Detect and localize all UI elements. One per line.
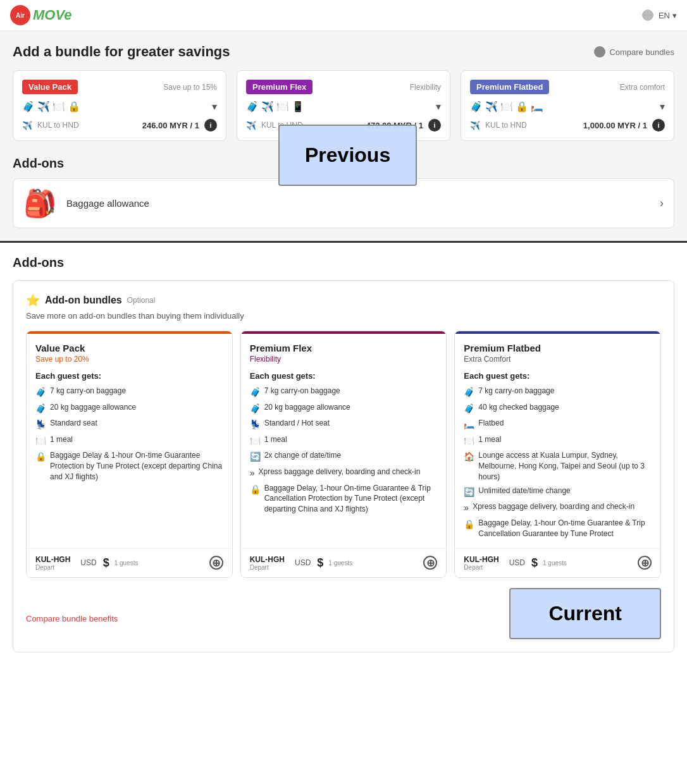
feature-text: 1 meal (264, 434, 287, 445)
compare-bundle-link[interactable]: Compare bundle benefits (26, 614, 118, 623)
list-item: 🧳20 kg baggage allowance (35, 402, 223, 415)
each-guest-flex: Each guest gets: (250, 371, 438, 381)
list-item: 🍽️1 meal (250, 434, 438, 448)
footer-route-flex: KUL-HGH Depart (250, 555, 285, 571)
bundle-detail-card-value[interactable]: Value Pack Save up to 20% Each guest get… (26, 331, 233, 578)
bundle-price-row-flatbed: ✈️ KUL to HND 1,000.00 MYR / 1 i (470, 119, 665, 132)
card-content-flatbed: Premium Flatbed Extra Comfort Each guest… (455, 334, 660, 548)
bundle-price-value: 246.00 MYR / 1 (142, 121, 199, 130)
logo: Air MOVe (10, 5, 72, 25)
list-item: 🔒Baggage Delay, 1-hour On-time Guarantee… (250, 483, 438, 515)
feature-text: Standard seat (50, 418, 97, 429)
meal-icon: 🍽️ (464, 435, 474, 448)
footer-price-flex: $ (317, 556, 323, 570)
bed-icon: 🛏️ (531, 101, 543, 113)
baggage-icon: 🧳 (35, 386, 46, 399)
chevron-down-icon[interactable]: ▾ (436, 101, 441, 113)
bundle-card-premium-flatbed[interactable]: Premium Flatbed Extra comfort 🧳 ✈️ 🍽️ 🔒 … (461, 70, 674, 141)
meal-icon: 🍽️ (500, 101, 513, 113)
footer-price-flatbed: $ (531, 556, 538, 570)
previous-label: Previous (305, 144, 390, 166)
lounge-icon: 🏠 (464, 451, 474, 463)
top-header: Add a bundle for greater savings Compare… (13, 44, 674, 60)
plane-icon: ✈️ (470, 121, 480, 130)
card-content-flex: Premium Flex Flexibility Each guest gets… (241, 334, 447, 548)
add-button-flex[interactable]: ⊕ (423, 556, 437, 570)
card-subtitle-value: Save up to 20% (35, 355, 223, 364)
list-item: 🧳40 kg checked baggage (464, 402, 652, 415)
feature-list-flatbed: 🧳7 kg carry-on baggage 🧳40 kg checked ba… (464, 386, 652, 539)
baggage-label: Baggage allowance (66, 198, 149, 209)
baggage-icon: 🧳 (22, 101, 35, 113)
star-icon: ⭐ (26, 293, 40, 307)
top-section: Add a bundle for greater savings Compare… (0, 31, 687, 243)
baggage-icon: 🧳 (464, 386, 474, 399)
chevron-right-icon: › (660, 197, 664, 210)
bundle-detail-card-flex[interactable]: Premium Flex Flexibility Each guest gets… (240, 331, 447, 578)
bundle-subtitle-flatbed: Extra comfort (620, 83, 665, 92)
bundle-info-button-flatbed[interactable]: i (652, 119, 665, 132)
xpress-icon: » (250, 467, 255, 480)
baggage-icon: 🧳 (464, 403, 474, 415)
bundle-price-flatbed: 1,000.00 MYR / 1 (583, 121, 647, 130)
feature-text: Xpress baggage delivery, boarding and ch… (473, 501, 634, 512)
feature-text: 2x change of date/time (264, 450, 341, 461)
add-button-value[interactable]: ⊕ (209, 556, 223, 570)
list-item: 🧳7 kg carry-on baggage (464, 386, 652, 399)
compare-bundles-link[interactable]: Compare bundles (594, 46, 674, 58)
feature-text: Baggage Delay & 1-hour On-time Guarantee… (50, 450, 223, 482)
card-footer-flatbed: KUL-HGH Depart USD $ 1 guests ⊕ (455, 548, 660, 577)
bundle-icons-flatbed: 🧳 ✈️ 🍽️ 🔒 🛏️ ▾ (470, 101, 665, 113)
flight-icon: ✈️ (485, 101, 498, 113)
meal-icon: 🍽️ (250, 435, 261, 448)
lock-icon: 🔒 (68, 101, 80, 113)
each-guest-value: Each guest gets: (35, 371, 223, 381)
list-item: 💺Standard / Hot seat (250, 418, 438, 431)
addon-bundles-desc: Save more on add-on bundles than buying … (26, 311, 661, 321)
addon-bundles-box: ⭐ Add-on bundles Optional Save more on a… (13, 280, 674, 652)
baggage-icon: 🧳 (250, 403, 261, 415)
footer-currency-value: USD (80, 558, 96, 567)
baggage-emoji: 🎒 (23, 188, 56, 219)
card-subtitle-flex: Flexibility (250, 355, 438, 364)
card-footer-flex: KUL-HGH Depart USD $ 1 guests ⊕ (241, 548, 447, 577)
bundle-info-button-flex[interactable]: i (428, 119, 441, 132)
meal-icon: 🍽️ (53, 101, 65, 113)
shield-icon: 🔒 (464, 518, 474, 531)
bundle-card-value[interactable]: Value Pack Save up to 15% 🧳 ✈️ 🍽️ 🔒 ▾ ✈️… (13, 70, 226, 141)
change-icon: 🔄 (250, 451, 261, 463)
xpress-icon: » (464, 502, 469, 515)
baggage-icon: 🧳 (250, 386, 261, 399)
language-label: EN (659, 11, 670, 20)
optional-badge: Optional (127, 296, 156, 305)
bundle-detail-card-flatbed[interactable]: Premium Flatbed Extra Comfort Each guest… (454, 331, 661, 578)
card-footer-value: KUL-HGH Depart USD $ 1 guests ⊕ (27, 548, 232, 577)
feature-text: Standard / Hot seat (264, 418, 330, 429)
chevron-down-icon[interactable]: ▾ (660, 101, 665, 113)
feature-text: Lounge access at Kuala Lumpur, Sydney, M… (478, 450, 652, 482)
footer-currency-flex: USD (295, 558, 311, 567)
feature-text: Baggage Delay, 1-hour On-time Guarantee … (264, 483, 438, 515)
previous-overlay: Previous (278, 125, 417, 186)
chevron-down-icon[interactable]: ▾ (212, 101, 217, 113)
feature-text: Baggage Delay, 1-hour On-time Guarantee … (478, 518, 652, 539)
lock-icon: 🔒 (516, 101, 528, 113)
footer-price-value: $ (103, 556, 109, 570)
feature-text: 40 kg checked baggage (478, 402, 559, 413)
bundle-tag-value: Value Pack (22, 80, 78, 94)
add-button-flatbed[interactable]: ⊕ (638, 556, 652, 570)
feature-text: 7 kg carry-on baggage (50, 386, 126, 396)
card-title-flatbed: Premium Flatbed (464, 343, 652, 353)
feature-text: 7 kg carry-on baggage (264, 386, 340, 396)
feature-text: 20 kg baggage allowance (264, 402, 350, 413)
feature-text: 1 meal (478, 434, 501, 445)
compare-bundles-label: Compare bundles (609, 47, 674, 57)
bottom-section: Add-ons ⭐ Add-on bundles Optional Save m… (0, 243, 687, 665)
language-button[interactable]: EN ▾ (659, 11, 677, 20)
feature-list-flex: 🧳7 kg carry-on baggage 🧳20 kg baggage al… (250, 386, 438, 515)
bundle-info-button-value[interactable]: i (204, 119, 217, 132)
list-item: »Xpress baggage delivery, boarding and c… (250, 467, 438, 480)
mobile-icon: 📱 (292, 101, 304, 113)
list-item: 🔒Baggage Delay, 1-hour On-time Guarantee… (464, 518, 652, 539)
card-title-flex: Premium Flex (250, 343, 438, 353)
